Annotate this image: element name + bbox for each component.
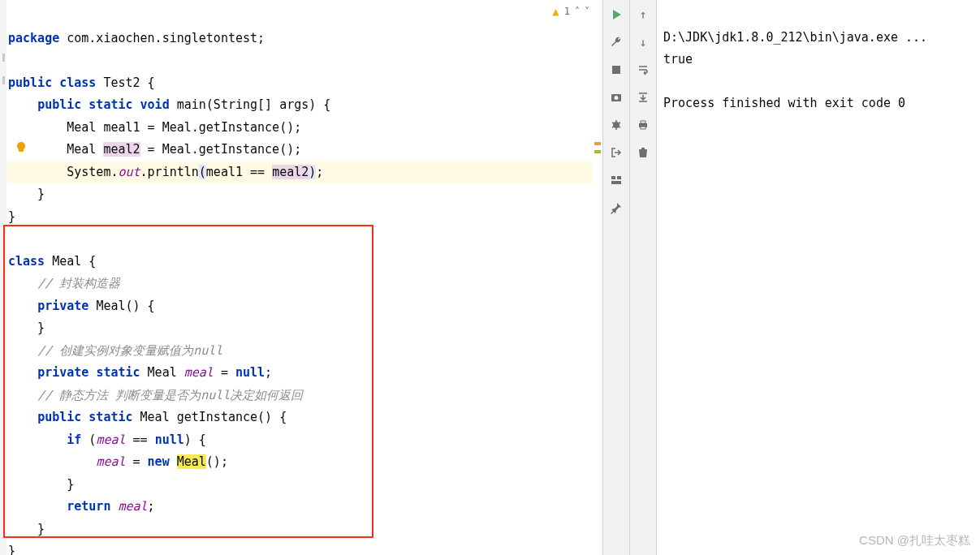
assign-op: =: [126, 454, 148, 469]
editor-gutter: [0, 0, 6, 555]
semicolon: ;: [316, 165, 323, 179]
field-meal-return: meal: [118, 499, 147, 514]
exit-icon[interactable]: [608, 144, 624, 161]
svg-rect-0: [612, 66, 620, 74]
keyword-private: private: [37, 365, 89, 380]
meal2-var-highlight: meal2: [103, 142, 140, 157]
keyword-null: null: [235, 365, 265, 380]
eq-op: ==: [126, 432, 155, 447]
meal1-declaration: meal1 = Meal.getInstance();: [103, 120, 301, 135]
println-call: .println: [140, 165, 199, 179]
soft-wrap-icon[interactable]: [635, 62, 651, 78]
type-meal: Meal: [67, 142, 96, 157]
ctor-parens: ();: [206, 454, 228, 469]
field-meal: meal: [184, 365, 214, 380]
class-name-meal: Meal: [52, 254, 81, 269]
run-toolbar-left: [603, 0, 630, 555]
svg-point-2: [615, 96, 619, 100]
bug-icon[interactable]: [608, 117, 624, 133]
svg-rect-5: [617, 176, 621, 179]
keyword-package: package: [8, 31, 59, 45]
keyword-public: public: [37, 97, 81, 112]
system-ref: System.: [67, 165, 118, 179]
comment-1: // 封装构造器: [37, 276, 120, 290]
keyword-class: class: [59, 75, 96, 90]
comment-2: // 创建实例对象变量赋值为null: [37, 343, 222, 358]
method-getInstance: getInstance: [177, 410, 257, 424]
code-content[interactable]: package com.xiaochen.singletontest; publ…: [0, 0, 602, 555]
print-arg2-highlight: meal2: [272, 165, 309, 179]
keyword-public: public: [8, 75, 52, 90]
run-toolbar-right: ↑ ↓: [630, 0, 657, 555]
console-exit-line: Process finished with exit code 0: [663, 96, 905, 110]
wrench-icon[interactable]: [608, 34, 624, 50]
watermark-text: CSDN @扎哇太枣糕: [859, 533, 970, 549]
lightbulb-icon[interactable]: [15, 141, 28, 154]
console-output[interactable]: D:\JDK\jdk1.8.0_212\bin\java.exe ... tru…: [657, 0, 980, 555]
svg-point-3: [613, 122, 620, 128]
camera-icon[interactable]: [608, 89, 624, 105]
paren-open: (: [199, 165, 206, 179]
editor-scrollbar[interactable]: [593, 0, 602, 555]
print-arg1: meal1 ==: [206, 165, 272, 179]
chevron-up-icon[interactable]: ˄: [575, 6, 580, 17]
warning-count: 1: [564, 6, 570, 17]
down-arrow-icon[interactable]: ↓: [635, 34, 651, 50]
keyword-new: new: [148, 454, 170, 469]
pin-icon[interactable]: [608, 200, 624, 216]
type-meal: Meal: [148, 365, 177, 380]
if-open: (: [81, 432, 96, 447]
svg-rect-9: [641, 127, 645, 129]
keyword-void: void: [140, 97, 170, 112]
meal2-rest: = Meal.getInstance();: [140, 142, 302, 157]
out-field: out: [118, 165, 140, 179]
console-line-true: true: [663, 52, 693, 67]
svg-rect-4: [611, 176, 615, 179]
class-name-test2: Test2: [103, 75, 140, 90]
layout-icon[interactable]: [608, 172, 624, 188]
svg-rect-8: [641, 121, 645, 123]
field-meal-assign: meal: [96, 454, 125, 469]
svg-rect-6: [611, 181, 621, 184]
chevron-down-icon[interactable]: ˅: [585, 6, 589, 17]
code-editor-pane[interactable]: package com.xiaochen.singletontest; publ…: [0, 0, 603, 555]
type-meal: Meal: [140, 410, 170, 424]
field-meal-ref: meal: [96, 432, 125, 447]
warning-icon: ▲: [552, 5, 559, 18]
meal-constructor: Meal() {: [96, 299, 154, 313]
print-icon[interactable]: [635, 117, 651, 133]
keyword-static: static: [89, 410, 132, 424]
type-meal: Meal: [67, 120, 96, 135]
package-name: com.xiaochen.singletontest;: [67, 31, 265, 45]
keyword-private: private: [37, 299, 89, 313]
keyword-return: return: [67, 499, 110, 514]
comment-3: // 静态方法 判断变量是否为null决定如何返回: [37, 388, 303, 402]
paren-close: ): [309, 165, 316, 179]
inspection-widget[interactable]: ▲ 1 ˄ ˅: [552, 5, 589, 18]
keyword-null: null: [155, 432, 184, 447]
keyword-class: class: [8, 254, 45, 269]
keyword-static: static: [96, 365, 140, 380]
meal-ctor-highlight: Meal: [177, 454, 206, 469]
trash-icon[interactable]: [635, 144, 651, 161]
keyword-if: if: [67, 432, 81, 447]
stop-button[interactable]: [608, 62, 624, 78]
keyword-public: public: [37, 410, 81, 424]
scroll-to-end-icon[interactable]: [635, 89, 651, 105]
method-main: main: [177, 97, 206, 112]
run-button[interactable]: [608, 6, 624, 23]
keyword-static: static: [89, 97, 132, 112]
console-command: D:\JDK\jdk1.8.0_212\bin\java.exe ...: [663, 30, 927, 45]
assign-op: =: [214, 365, 235, 380]
main-args: (String[] args): [206, 97, 316, 112]
if-close: ) {: [184, 432, 206, 447]
up-arrow-icon[interactable]: ↑: [635, 6, 651, 23]
